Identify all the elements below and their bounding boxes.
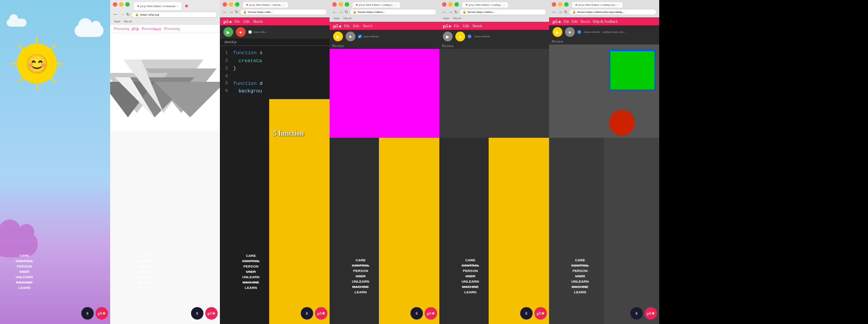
menu-file-3[interactable]: File <box>235 20 240 24</box>
red-circle-shape <box>609 110 635 136</box>
stop-btn-5[interactable]: ■ <box>455 32 465 41</box>
file-tab-3[interactable]: sketch.js <box>220 39 330 46</box>
panel-p5js-editor-code: ★ p5.js Web Editor | Adven... × ← → ↻ 🔒 … <box>220 0 330 324</box>
menu-file-4[interactable]: File <box>344 24 350 28</box>
editor-toolbar-3: p5★ File Edit Sketch <box>220 17 330 25</box>
dot-yellow-6[interactable] <box>558 2 562 7</box>
menu-sketch-3[interactable]: Sketch <box>253 20 263 24</box>
forward-btn-2[interactable]: → <box>119 11 125 18</box>
tab-star-2[interactable]: ★ <box>183 2 191 10</box>
dot-red-3[interactable] <box>223 2 227 7</box>
preview-label-6: Preview <box>549 39 659 44</box>
menu-edit-3[interactable]: Edit <box>243 20 249 24</box>
menu-sketch-6[interactable]: Sketch <box>580 20 590 24</box>
stop-btn-6[interactable]: ■ <box>565 27 575 37</box>
menu-edit-5[interactable]: Edit <box>463 24 469 28</box>
browser-nav-4: ← → ↻ 🔒 Secure https://editor... <box>332 9 437 15</box>
shirt-text-3: CARE CONTROL PERSON USER UNLEARN MACHINE… <box>242 253 260 291</box>
panel-p5js-editor-dark: ★ p5.js Web Editor | coding... × ← → ↻ 🔒… <box>439 0 549 324</box>
person-figure-5: CARE CONTROL PERSON USER UNLEARN MACHINE… <box>439 160 549 324</box>
tab-active-6[interactable]: ★ p5.js Web Editor | coding trai... × <box>572 2 622 8</box>
reload-btn-6[interactable]: ↻ <box>564 10 568 14</box>
dot-yellow-4[interactable] <box>338 2 343 7</box>
menu-file-6[interactable]: File <box>564 20 569 24</box>
reload-btn-5[interactable]: ↻ <box>454 10 458 14</box>
dot-red-4[interactable] <box>332 2 337 7</box>
dot-green-4[interactable] <box>345 2 349 7</box>
forward-btn-6[interactable]: → <box>558 9 563 15</box>
address-bar-5[interactable]: 🔒 Secure https://editor... <box>459 9 546 15</box>
b3-logo-6: ß <box>630 307 643 320</box>
dot-yellow-5[interactable] <box>448 2 453 7</box>
menu-sketch-5[interactable]: Sketch <box>472 24 482 28</box>
reload-btn-3[interactable]: ↻ <box>235 10 239 14</box>
browser-nav-3: ← → ↻ 🔒 Secure https://edit... <box>223 9 327 15</box>
browser-chrome-6: ★ p5.js Web Editor | coding trai... × ← … <box>549 0 659 17</box>
back-btn-6[interactable]: ← <box>552 9 557 15</box>
dot-green-6[interactable] <box>564 2 569 7</box>
person-figure-2: CARE CONTROL PERSON USER UNLEARN MACHINE… <box>110 133 220 324</box>
menu-sketch-4[interactable]: Sketch <box>362 24 372 28</box>
person-figure-4: CARE CONTROL PERSON USER UNLEARN MACHINE… <box>330 160 439 324</box>
browser-chrome-3: ★ p5.js Web Editor | Adven... × ← → ↻ 🔒 … <box>220 0 330 17</box>
dot-green-5[interactable] <box>454 2 459 7</box>
stop-btn-4[interactable]: ■ <box>346 32 355 41</box>
dot-red-6[interactable] <box>552 2 556 7</box>
menu-file-5[interactable]: File <box>454 24 459 28</box>
back-btn-2[interactable]: ← <box>113 11 118 18</box>
auto-refresh-3[interactable]: Auto-refr... <box>248 30 267 34</box>
forward-btn-5[interactable]: → <box>448 9 453 15</box>
editor-menubar-5: p5★ File Edit Sketch <box>439 22 549 30</box>
dot-yellow-2[interactable] <box>119 2 123 7</box>
preview-canvas-4 <box>330 49 439 138</box>
menu-edit-4[interactable]: Edit <box>353 24 359 28</box>
back-btn-3[interactable]: ← <box>223 9 227 15</box>
tab-active-4[interactable]: ★ p5.js Web Editor | coding t... × <box>353 2 400 8</box>
reload-btn-2[interactable]: ↻ <box>126 12 130 17</box>
shirt-text-4: CARE CONTROL PERSON USER UNLEARN MACHINE… <box>352 258 370 295</box>
play-controls-6: ▶ ■ Auto-refresh coding train colo... <box>549 25 659 39</box>
sketch-name-6: coding train colo... <box>602 30 626 34</box>
address-bar-6[interactable]: 🔒 Secure https://editor.p5js.org/coding.… <box>569 9 657 15</box>
p5-logo-1: p5★ <box>96 307 108 320</box>
play-btn-6[interactable]: ▶ <box>553 27 562 37</box>
auto-refresh-4[interactable]: Auto-refresh <box>358 35 379 38</box>
dot-green-3[interactable] <box>235 2 239 7</box>
play-btn-4[interactable]: ▶ <box>333 32 343 41</box>
logos-4: ß p5★ <box>410 307 437 320</box>
play-btn-5[interactable]: ▶ <box>443 32 453 41</box>
address-bar-2[interactable]: 🔒 https://p5js.org <box>131 12 217 18</box>
dot-green-2[interactable] <box>125 2 130 7</box>
tab-active-5[interactable]: ★ p5.js Web Editor | coding... × <box>462 2 508 8</box>
forward-btn-4[interactable]: → <box>338 9 343 15</box>
auto-refresh-6[interactable]: Auto-refresh <box>584 30 600 34</box>
logos-3: ß p5★ <box>301 307 327 320</box>
p5-logo-6: p5★ <box>645 307 657 320</box>
address-bar-3[interactable]: 🔒 Secure https://edit... <box>240 9 327 15</box>
dot-yellow-3[interactable] <box>229 2 233 7</box>
p5-editor-logo-5: p5★ <box>443 23 451 28</box>
preview-label-4: Preview <box>330 43 439 49</box>
person-figure-1: CARE CONTROL PERSON USER UNLEARN MACHINE… <box>0 66 110 324</box>
address-bar-4[interactable]: 🔒 Secure https://editor... <box>350 9 437 15</box>
stop-btn-3[interactable]: ■ <box>236 27 246 37</box>
tab-active-3[interactable]: ★ p5.js Web Editor | Adven... × <box>243 2 288 8</box>
reload-btn-4[interactable]: ↻ <box>345 10 348 14</box>
menu-edit-6[interactable]: Edit <box>572 20 577 24</box>
bookmarks-bar-5: Apps flip p5 <box>442 16 546 20</box>
auto-refresh-5[interactable]: Auto-refresh <box>474 35 490 38</box>
shirt-text-1: CARE CONTROL PERSON USER UNLEARN MACHINE… <box>16 253 33 291</box>
b3-logo-1: ß <box>81 307 94 320</box>
forward-btn-3[interactable]: → <box>229 9 234 15</box>
browser-nav-6: ← → ↻ 🔒 Secure https://editor.p5js.org/c… <box>552 9 657 15</box>
menu-help-6[interactable]: Help & Feedback <box>593 20 617 24</box>
tab-active-2[interactable]: ★ p5.js Web Editor | Unbiased... × <box>134 2 181 10</box>
code-editor-3: 1function s 2createCa 3} 4 5function d 6… <box>220 46 330 99</box>
back-btn-4[interactable]: ← <box>332 9 337 15</box>
dot-red-5[interactable] <box>442 2 446 7</box>
play-btn-3[interactable]: ▶ <box>223 27 233 37</box>
person-figure-6: CARE CONTROL PERSON USER UNLEARN MACHINE… <box>549 164 659 324</box>
back-btn-5[interactable]: ← <box>442 9 447 15</box>
mountain-svg <box>110 33 220 131</box>
dot-red-2[interactable] <box>113 2 117 7</box>
